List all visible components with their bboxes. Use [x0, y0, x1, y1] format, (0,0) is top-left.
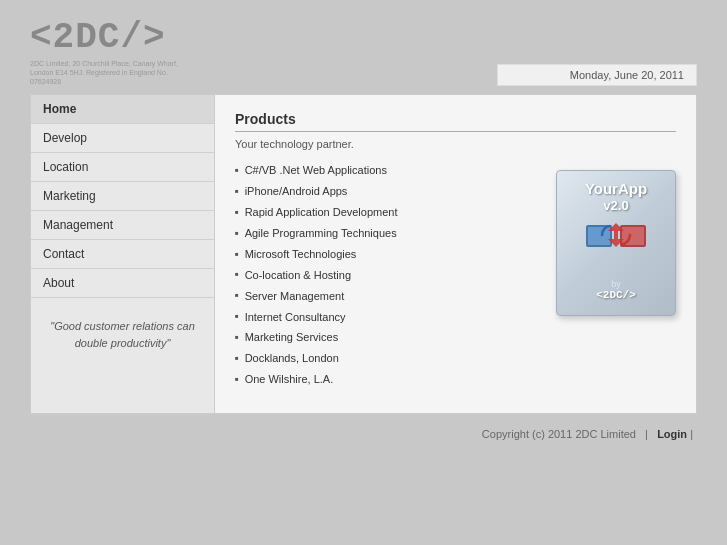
products-list: C#/VB .Net Web ApplicationsiPhone/Androi…	[235, 160, 398, 390]
sidebar: Home Develop Location Marketing Manageme…	[30, 94, 215, 414]
content-area: Home Develop Location Marketing Manageme…	[30, 94, 697, 414]
arrows-icon	[596, 221, 636, 249]
footer-separator1: |	[645, 428, 648, 440]
login-link[interactable]: Login	[657, 428, 687, 440]
app-box-by: by	[565, 279, 667, 289]
page-wrapper: <2DC/> 2DC Limited, 20 Churchill Place, …	[0, 0, 727, 545]
nav-item-contact[interactable]: Contact	[31, 240, 214, 269]
nav-item-location[interactable]: Location	[31, 153, 214, 182]
list-item: Marketing Services	[235, 327, 398, 348]
header: <2DC/> 2DC Limited, 20 Churchill Place, …	[30, 20, 697, 86]
main-content: Products Your technology partner. C#/VB …	[215, 94, 697, 414]
list-item: One Wilshire, L.A.	[235, 369, 398, 390]
products-layout: C#/VB .Net Web ApplicationsiPhone/Androi…	[235, 160, 676, 390]
logo-area: <2DC/> 2DC Limited, 20 Churchill Place, …	[30, 20, 190, 86]
app-icon-area	[586, 221, 646, 271]
nav-item-home[interactable]: Home	[31, 95, 214, 124]
list-item: Co-location & Hosting	[235, 265, 398, 286]
list-item: Server Management	[235, 286, 398, 307]
list-item: Microsoft Technologies	[235, 244, 398, 265]
nav-item-marketing[interactable]: Marketing	[31, 182, 214, 211]
list-item: Agile Programming Techniques	[235, 223, 398, 244]
footer-separator2: |	[690, 428, 693, 440]
list-item: C#/VB .Net Web Applications	[235, 160, 398, 181]
logo-text: <2DC/>	[30, 20, 190, 56]
logo-subtitle: 2DC Limited, 20 Churchill Place, Canary …	[30, 59, 190, 86]
products-title: Products	[235, 111, 676, 132]
nav-item-management[interactable]: Management	[31, 211, 214, 240]
sidebar-quote: "Good customer relations can double prod…	[31, 298, 214, 361]
date-bar: Monday, June 20, 2011	[497, 64, 697, 86]
products-subtitle: Your technology partner.	[235, 138, 676, 150]
app-box-title: YourApp	[565, 181, 667, 198]
app-box: YourApp v2.0 by <2DC/>	[556, 170, 676, 316]
list-item: Docklands, London	[235, 348, 398, 369]
list-item: Rapid Application Development	[235, 202, 398, 223]
nav-item-about[interactable]: About	[31, 269, 214, 298]
nav-item-develop[interactable]: Develop	[31, 124, 214, 153]
footer: Copyright (c) 2011 2DC Limited | Login |	[30, 420, 697, 448]
app-box-version: v2.0	[565, 198, 667, 213]
list-item: iPhone/Android Apps	[235, 181, 398, 202]
footer-copyright: Copyright (c) 2011 2DC Limited	[482, 428, 636, 440]
app-box-brand: <2DC/>	[565, 289, 667, 301]
list-item: Internet Consultancy	[235, 307, 398, 328]
